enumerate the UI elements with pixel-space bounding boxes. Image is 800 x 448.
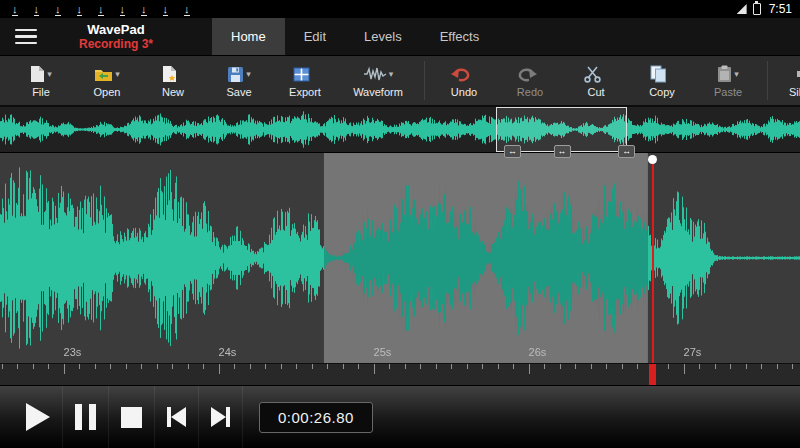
open-folder-icon [94, 67, 113, 82]
pause-icon [75, 404, 96, 430]
skip-end-icon [211, 407, 230, 427]
download-icon: ↓ [98, 3, 104, 16]
time-label: 23s [64, 346, 82, 358]
undo-icon [450, 66, 472, 83]
dropdown-caret-icon: ▾ [734, 69, 739, 79]
skip-start-icon [167, 407, 186, 427]
undo-button[interactable]: ▾ Undo [431, 56, 497, 105]
selection-left-handle[interactable]: ↔ [504, 145, 521, 158]
playback-cursor-line[interactable] [652, 160, 654, 363]
time-label: 25s [374, 346, 392, 358]
playback-cursor-handle[interactable] [648, 155, 657, 164]
next-button[interactable] [199, 386, 243, 448]
silence-speaker-icon [795, 66, 800, 82]
download-icons: ↓↓↓↓↓↓↓↓↓ [12, 3, 190, 16]
toolbar-separator [767, 61, 768, 100]
new-button[interactable]: ▾ New [140, 56, 206, 105]
timeline-ruler[interactable] [0, 363, 800, 385]
main-toolbar: ▾ File ▾ Open ▾ New ▾ Save [0, 55, 800, 105]
toolbar-separator [424, 61, 425, 100]
stop-icon [121, 407, 142, 428]
selection-right-handle[interactable]: ↔ [618, 145, 635, 158]
ribbon-tabs: Home Edit Levels Effects [212, 18, 498, 55]
file-button[interactable]: ▾ File [8, 56, 74, 105]
overview-waveform-canvas[interactable] [0, 107, 800, 152]
download-icon: ↓ [12, 3, 18, 16]
play-button[interactable] [14, 386, 63, 448]
overview-waveform-strip[interactable]: ↔ ↔ ↔ [0, 105, 800, 153]
export-icon [293, 67, 310, 82]
previous-button[interactable] [155, 386, 199, 448]
download-icon: ↓ [55, 3, 61, 16]
redo-button[interactable]: ▾ Redo [497, 56, 563, 105]
title-block: WavePad Recording 3* [52, 18, 180, 55]
redo-icon [516, 66, 538, 83]
dropdown-caret-icon: ▾ [389, 69, 394, 79]
signal-icon [737, 4, 747, 14]
cut-button[interactable]: ▾ Cut [563, 56, 629, 105]
selection-middle-handle[interactable]: ↔ [554, 145, 571, 158]
ruler-ticks-canvas[interactable] [0, 364, 800, 385]
document-title: Recording 3* [52, 37, 180, 51]
download-icon: ↓ [120, 3, 126, 16]
download-icon: ↓ [141, 3, 147, 16]
status-bar-right: 7:51 [737, 2, 792, 16]
paste-button[interactable]: ▾ Paste [695, 56, 761, 105]
download-icon: ↓ [34, 3, 40, 16]
wavepad-app: ↓↓↓↓↓↓↓↓↓ 7:51 WavePad Recording 3* Home… [0, 0, 800, 448]
transport-bar: 0:00:26.80 [0, 385, 800, 448]
download-icon: ↓ [184, 3, 190, 16]
paste-clipboard-icon [717, 65, 732, 83]
ruler-cursor-marker[interactable] [649, 364, 656, 385]
pause-button[interactable] [63, 386, 109, 448]
android-status-bar: ↓↓↓↓↓↓↓↓↓ 7:51 [0, 0, 800, 18]
silence-button[interactable]: ▾ Silence [774, 56, 800, 105]
play-icon [26, 403, 50, 431]
tab-home[interactable]: Home [212, 18, 285, 55]
open-button[interactable]: ▾ Open [74, 56, 140, 105]
playback-time-display: 0:00:26.80 [259, 402, 373, 433]
app-title: WavePad [52, 22, 180, 37]
download-icon: ↓ [163, 3, 169, 16]
copy-button[interactable]: ▾ Copy [629, 56, 695, 105]
waveform-icon [363, 66, 387, 82]
hamburger-icon [15, 29, 37, 32]
battery-icon [753, 3, 761, 15]
new-document-icon [162, 65, 177, 83]
time-label: 27s [684, 346, 702, 358]
dropdown-caret-icon: ▾ [115, 69, 120, 79]
main-waveform-view[interactable]: 23s 24s 25s 26s 27s [0, 153, 800, 363]
dropdown-caret-icon: ▾ [246, 69, 251, 79]
app-header: WavePad Recording 3* Home Edit Levels Ef… [0, 18, 800, 55]
status-clock: 7:51 [769, 2, 792, 16]
file-icon [30, 65, 45, 83]
save-icon [227, 66, 244, 83]
main-waveform-canvas[interactable] [0, 153, 800, 363]
copy-icon [650, 65, 667, 83]
waveform-button[interactable]: ▾ Waveform [338, 56, 418, 105]
time-label: 26s [529, 346, 547, 358]
export-button[interactable]: ▾ Export [272, 56, 338, 105]
save-button[interactable]: ▾ Save [206, 56, 272, 105]
tab-effects[interactable]: Effects [421, 18, 499, 55]
tab-edit[interactable]: Edit [285, 18, 345, 55]
cut-scissors-icon [584, 65, 602, 83]
stop-button[interactable] [109, 386, 155, 448]
time-label: 24s [219, 346, 237, 358]
dropdown-caret-icon: ▾ [47, 69, 52, 79]
download-icon: ↓ [77, 3, 83, 16]
hamburger-menu-button[interactable] [0, 18, 52, 55]
tab-levels[interactable]: Levels [345, 18, 421, 55]
